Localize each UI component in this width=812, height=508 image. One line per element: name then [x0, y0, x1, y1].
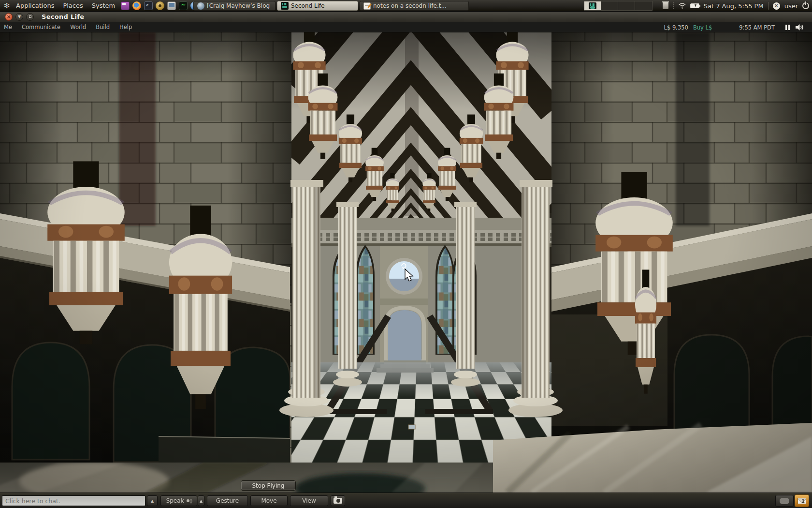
taskbar-label: notes on a secodn life.t...	[373, 2, 447, 9]
sl-hand-icon	[589, 2, 596, 9]
system-monitor-icon[interactable]	[179, 1, 188, 10]
window-minimize-button[interactable]: ▼	[15, 13, 23, 21]
workspace-4[interactable]	[635, 1, 652, 10]
firefox-icon[interactable]	[132, 1, 141, 10]
tray-separator	[768, 2, 768, 10]
sl-window-titlebar: × ▼ Second Life	[0, 12, 812, 22]
system-tray: Sat 7 Aug, 5:55 PM × user	[663, 0, 809, 12]
taskbar-button-notes[interactable]: notes on a secodn life.t...	[360, 1, 469, 11]
window-list: [Craig Mayhew’s Blog -... Second Life no…	[193, 0, 469, 12]
view-label: View	[302, 497, 316, 504]
battery-icon[interactable]	[690, 3, 699, 8]
scene-render	[0, 32, 812, 493]
view-button[interactable]: View	[290, 495, 328, 506]
sl-hand-icon	[281, 2, 289, 10]
menu-system[interactable]: System	[87, 0, 119, 12]
wifi-icon[interactable]	[679, 3, 686, 9]
chat-toggle-button[interactable]	[775, 495, 794, 507]
envelope-icon: 1	[798, 498, 806, 504]
menu-applications[interactable]: Applications	[12, 0, 58, 12]
chat-input[interactable]	[2, 495, 145, 506]
taskbar-button-blog[interactable]: [Craig Mayhew’s Blog -...	[193, 1, 276, 11]
menu-places[interactable]: Places	[58, 0, 87, 12]
scene-vignette	[0, 32, 812, 493]
taskbar-label: Second Life	[291, 2, 325, 9]
text-notes-icon	[363, 2, 371, 10]
chat-expand-button[interactable]: ▲	[147, 495, 158, 506]
taskbar-button-secondlife[interactable]: Second Life	[277, 1, 358, 11]
stop-flying-label: Stop Flying	[252, 482, 285, 489]
menubar-status-group: L$ 9,350 Buy L$ 9:55 AM PDT	[664, 22, 804, 32]
gnome-top-panel: ✻ Applications Places System [Craig Mayh…	[0, 0, 812, 12]
gesture-label: Gesture	[216, 497, 239, 504]
sl-bottom-bar: ▲ Speak )) ▲ Gesture Move View 1	[0, 493, 812, 508]
taskbar-label: [Craig Mayhew’s Blog -...	[207, 2, 272, 9]
user-menu[interactable]: user	[784, 2, 798, 10]
menu-world[interactable]: World	[65, 24, 91, 30]
volume-icon[interactable]	[796, 24, 804, 30]
power-icon[interactable]	[802, 2, 809, 9]
sl-menubar: Me Communicate World Build Help L$ 9,350…	[0, 22, 812, 32]
speak-options-button[interactable]: ▲	[198, 495, 204, 506]
distro-logo-icon[interactable]: ✻	[2, 1, 12, 10]
sl-clock: 9:55 AM PDT	[739, 24, 775, 31]
panel-left-group: ✻ Applications Places System	[2, 0, 201, 12]
window-maximize-button[interactable]	[26, 13, 34, 21]
user-status-icon[interactable]: ×	[773, 2, 780, 10]
notification-count: 1	[801, 498, 805, 504]
gesture-button[interactable]: Gesture	[207, 495, 248, 506]
move-label: Move	[261, 497, 276, 504]
applet-handle	[673, 2, 674, 9]
media-pause-icon[interactable]	[785, 25, 790, 30]
balance-label[interactable]: L$ 9,350	[664, 24, 688, 31]
window-close-button[interactable]: ×	[5, 13, 13, 21]
chevron-up-icon: ▲	[151, 499, 154, 503]
terminal-icon[interactable]	[144, 1, 153, 10]
menu-help[interactable]: Help	[115, 24, 137, 30]
move-button[interactable]: Move	[250, 495, 288, 506]
notification-button[interactable]: 1	[795, 494, 809, 507]
chevron-up-icon: ▲	[200, 499, 203, 503]
workspace-1[interactable]	[584, 1, 601, 10]
display-icon[interactable]	[167, 1, 176, 10]
buy-currency-button[interactable]: Buy L$	[693, 24, 712, 31]
chat-bubble-icon	[780, 498, 789, 504]
snapshot-button[interactable]	[331, 495, 345, 506]
panel-clock[interactable]: Sat 7 Aug, 5:55 PM	[704, 2, 764, 10]
keyring-icon[interactable]	[156, 1, 164, 10]
menu-me[interactable]: Me	[0, 24, 17, 30]
menu-communicate[interactable]: Communicate	[17, 24, 65, 30]
stop-flying-button[interactable]: Stop Flying	[241, 480, 296, 491]
globe-icon	[197, 2, 204, 10]
menu-build[interactable]: Build	[91, 24, 115, 30]
speak-button[interactable]: Speak ))	[160, 495, 197, 506]
camera-icon	[334, 498, 342, 504]
window-title: Second Life	[42, 13, 84, 20]
viewport-3d[interactable]	[0, 32, 812, 493]
speak-label: Speak	[166, 497, 184, 504]
workspace-2[interactable]	[601, 1, 618, 10]
speak-indicator-icon: ))	[187, 498, 192, 504]
package-manager-icon[interactable]	[121, 1, 130, 10]
workspace-3[interactable]	[618, 1, 635, 10]
workspace-switcher	[584, 1, 652, 11]
trash-icon[interactable]	[663, 2, 668, 9]
